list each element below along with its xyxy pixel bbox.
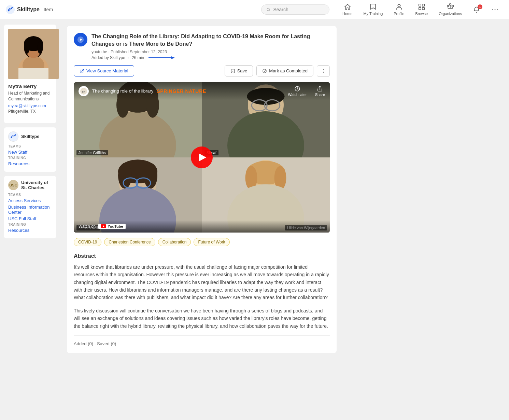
item-source-published: youtu.be · Published September 12, 2023	[91, 50, 330, 54]
svg-point-17	[492, 9, 493, 10]
svg-rect-10	[447, 5, 449, 7]
save-label: Save	[237, 68, 248, 73]
share-icon	[317, 86, 323, 92]
svg-point-39	[263, 69, 267, 73]
springer-logo-small: SN	[80, 88, 87, 95]
svg-point-18	[495, 9, 496, 10]
youtube-logo: YouTube	[98, 224, 125, 229]
nav-my-training[interactable]: My Training	[358, 0, 387, 18]
svg-rect-28	[18, 68, 48, 79]
svg-point-42	[323, 72, 324, 73]
usc-training-label: TRAINING	[8, 223, 52, 226]
abstract-title: Abstract	[74, 253, 330, 259]
abstract-para-1: It's well known that libraries are under…	[74, 263, 330, 302]
search-box[interactable]	[261, 4, 329, 15]
skilltype-training-resources[interactable]: Resources	[8, 161, 52, 166]
home-icon	[344, 3, 351, 11]
grid-icon	[418, 3, 425, 11]
item-card: The Changing Role of the Library: Did Ad…	[67, 26, 337, 353]
nav-profile[interactable]: Profile	[389, 0, 409, 18]
saved-count: Saved (0)	[97, 341, 116, 346]
abstract-para-2: This lively discussion will continue the…	[74, 307, 330, 330]
watch-on-text: Watch on	[79, 224, 96, 229]
org-skilltype-name: Skilltype	[21, 134, 39, 139]
save-button[interactable]: Save	[225, 65, 253, 76]
usc-training-resources[interactable]: Resources	[8, 228, 52, 233]
view-source-button[interactable]: View Source Material	[74, 65, 134, 76]
nav-notifications[interactable]: 1	[468, 3, 485, 16]
org-skilltype-card: Skilltype TEAMS New Staff TRAINING Resou…	[4, 127, 56, 172]
more-icon	[491, 6, 499, 13]
user-name: Mytra Berry	[8, 83, 52, 89]
external-link-icon	[80, 69, 84, 73]
item-published: Published September 12, 2023	[111, 50, 167, 54]
svg-point-27	[37, 41, 43, 54]
svg-point-2	[11, 8, 12, 9]
skilltype-team-new-staff[interactable]: New Staff	[8, 150, 52, 155]
item-footer: Added (0) · Saved (0)	[74, 335, 330, 346]
play-button[interactable]	[191, 146, 213, 168]
svg-point-40	[323, 69, 324, 70]
video-frame[interactable]: Jennifer Griffiths	[74, 82, 330, 233]
svg-rect-9	[422, 8, 424, 10]
item-type-icon	[74, 33, 87, 46]
org-usc-card: USC University of St. Charles TEAMS Acce…	[4, 176, 56, 238]
usc-team-bic[interactable]: Business Information Center	[8, 205, 52, 215]
tag-charleston[interactable]: Charleston Conference	[104, 238, 155, 246]
nav-organizations-label: Organizations	[439, 12, 462, 16]
tag-covid19[interactable]: COVID-19	[74, 238, 101, 246]
nav-browse-label: Browse	[415, 12, 428, 16]
more-options-button[interactable]	[317, 65, 330, 77]
nav-more[interactable]	[486, 3, 504, 16]
user-profile-card: Mytra Berry Head of Marketing and Commun…	[4, 25, 56, 123]
save-icon	[230, 69, 235, 73]
tag-future-work[interactable]: Future of Work	[194, 238, 229, 246]
check-circle-icon	[262, 69, 267, 73]
skilltype-logo-icon	[5, 5, 15, 14]
org-usc-name: University of St. Charles	[21, 180, 52, 190]
svg-rect-8	[419, 8, 421, 10]
user-email[interactable]: mytra@skilltype.com	[8, 103, 52, 108]
person-icon	[395, 3, 403, 11]
svg-point-1	[8, 10, 10, 11]
video-header-left: SN The changing role of the library SPRI…	[79, 86, 206, 96]
video-icon	[77, 36, 84, 43]
usc-team-access-services[interactable]: Access Services	[8, 198, 52, 203]
search-input[interactable]	[273, 7, 324, 12]
usc-org-logo: USC	[8, 180, 18, 190]
jennifer-name-badge: Jennifer Griffiths	[76, 150, 108, 155]
video-container[interactable]: Jennifer Griffiths	[74, 82, 330, 233]
view-source-label: View Source Material	[86, 68, 128, 73]
organizations-icon	[447, 3, 454, 11]
org-skilltype-icon	[8, 131, 18, 142]
share-button[interactable]: Share	[315, 86, 325, 97]
nav-home[interactable]: Home	[338, 0, 357, 18]
nav-browse[interactable]: Browse	[410, 0, 433, 18]
breadcrumb: Item	[44, 7, 53, 12]
app-logo[interactable]: Skilltype	[5, 5, 40, 14]
video-top-overlay: SN The changing role of the library SPRI…	[74, 82, 330, 100]
watch-later-button[interactable]: Watch later	[288, 86, 307, 97]
avatar	[8, 29, 59, 79]
nav-organizations[interactable]: Organizations	[434, 0, 467, 18]
item-header: The Changing Role of the Library: Did Ad…	[74, 33, 330, 60]
mark-complete-button[interactable]: Mark as Completed	[256, 65, 313, 76]
svg-rect-12	[452, 5, 454, 7]
mark-complete-label: Mark as Completed	[269, 68, 308, 73]
org-usc-row: USC University of St. Charles	[8, 180, 52, 190]
tag-collaboration[interactable]: Collaboration	[158, 238, 191, 246]
usc-teams-label: TEAMS	[8, 193, 52, 197]
video-channel-title: The changing role of the library	[92, 88, 153, 94]
sidebar: Mytra Berry Head of Marketing and Commun…	[0, 19, 60, 420]
svg-rect-6	[419, 4, 421, 6]
svg-point-19	[497, 9, 498, 10]
svg-point-41	[323, 71, 324, 71]
clock-icon	[294, 86, 300, 92]
svg-marker-37	[171, 56, 175, 59]
app-name: Skilltype	[17, 6, 40, 13]
nav-my-training-label: My Training	[363, 12, 383, 16]
item-added-by: Added by Skilltype	[91, 55, 125, 60]
video-channel-logo: SN	[79, 86, 89, 96]
item-title: The Changing Role of the Library: Did Ad…	[91, 33, 330, 48]
usc-team-full-staff[interactable]: USC Full Staff	[8, 216, 52, 221]
